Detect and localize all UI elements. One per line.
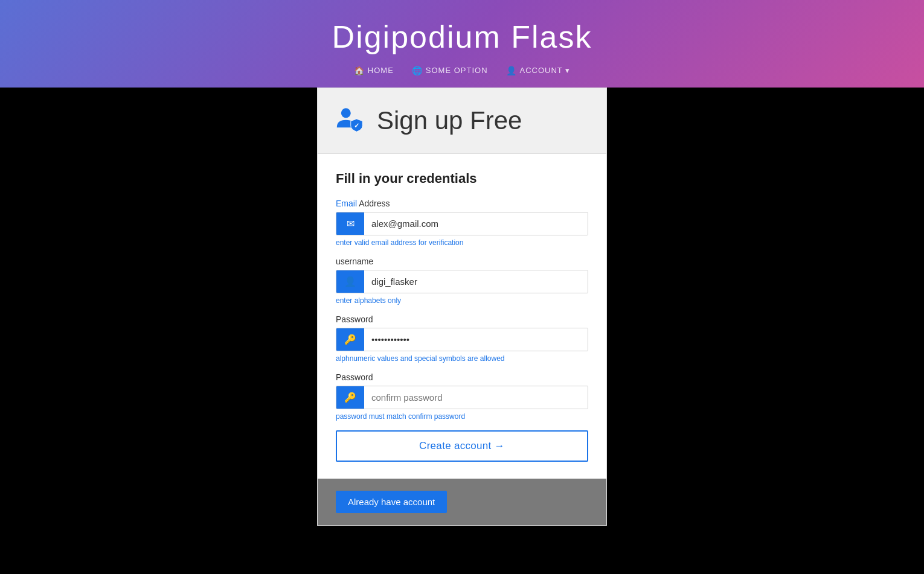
confirm-password-input-group: 🔑 — [336, 386, 588, 409]
create-account-button[interactable]: Create account → — [336, 430, 588, 462]
confirm-password-hint: password must match confirm password — [336, 412, 588, 421]
nav-home[interactable]: 🏠 HOME — [354, 66, 394, 75]
confirm-password-icon: 🔑 — [336, 386, 364, 409]
confirm-password-field[interactable] — [364, 386, 588, 409]
username-input-group: 👤 — [336, 270, 588, 293]
password-label: Password — [336, 314, 588, 324]
home-icon: 🏠 — [354, 66, 365, 75]
email-field[interactable] — [364, 212, 588, 235]
username-label: username — [336, 257, 588, 266]
username-field[interactable] — [364, 270, 588, 293]
signup-icon: ✓ — [336, 105, 367, 136]
email-input-group: ✉ — [336, 212, 588, 235]
username-hint: enter alphabets only — [336, 296, 588, 305]
confirm-password-label: Password — [336, 372, 588, 382]
card-footer: Already have account — [318, 479, 606, 525]
password-field[interactable] — [364, 328, 588, 351]
card-body: Fill in your credentials Email Address ✉… — [318, 154, 606, 479]
user-icon: 👤 — [336, 270, 364, 293]
nav-account-label: ACCOUNT ▾ — [520, 66, 571, 75]
navigation: 🏠 HOME 🌐 SOME OPTION 👤 ACCOUNT ▾ — [354, 66, 570, 75]
card-header: ✓ Sign up Free — [318, 88, 606, 154]
svg-point-0 — [341, 108, 351, 118]
password-hint: alphnumeric values and special symbols a… — [336, 354, 588, 363]
header: Digipodium Flask 🏠 HOME 🌐 SOME OPTION 👤 … — [0, 0, 924, 88]
site-title: Digipodium Flask — [332, 19, 592, 55]
email-label-rest: Address — [359, 199, 390, 208]
main-content: ✓ Sign up Free Fill in your credentials … — [0, 88, 924, 550]
already-have-account-button[interactable]: Already have account — [336, 491, 447, 513]
signup-card: ✓ Sign up Free Fill in your credentials … — [317, 88, 607, 526]
password-icon: 🔑 — [336, 328, 364, 351]
svg-text:✓: ✓ — [354, 122, 359, 129]
email-icon: ✉ — [336, 212, 364, 235]
nav-some-option-label: SOME OPTION — [426, 66, 488, 75]
nav-home-label: HOME — [368, 66, 394, 75]
account-icon: 👤 — [506, 66, 517, 75]
email-label-highlight: Email — [336, 199, 357, 208]
email-hint: enter valid email address for verificati… — [336, 238, 588, 247]
email-label: Email Address — [336, 199, 588, 208]
page-heading: Sign up Free — [377, 106, 522, 135]
section-title: Fill in your credentials — [336, 171, 588, 187]
nav-account[interactable]: 👤 ACCOUNT ▾ — [506, 66, 571, 75]
password-input-group: 🔑 — [336, 328, 588, 351]
globe-icon: 🌐 — [412, 66, 423, 75]
nav-some-option[interactable]: 🌐 SOME OPTION — [412, 66, 488, 75]
